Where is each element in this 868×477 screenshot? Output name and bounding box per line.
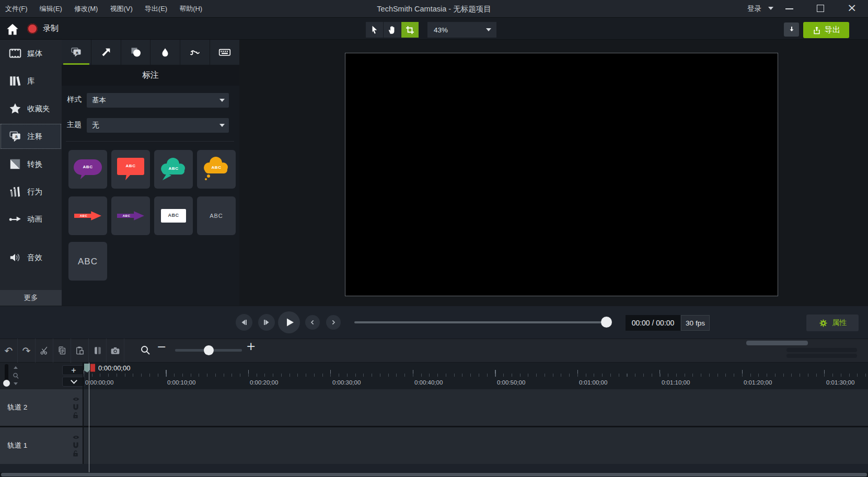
timeline-zoom-icon[interactable] [139, 344, 152, 356]
paste-button[interactable] [71, 339, 89, 363]
annotation-thumbnail-red-bubble[interactable]: ABC [111, 150, 150, 189]
step-backward-button[interactable] [236, 314, 252, 331]
minimize-button[interactable] [785, 8, 793, 9]
scroll-pill [786, 348, 857, 352]
track-lock-icon[interactable] [72, 412, 79, 419]
split-button[interactable] [89, 339, 107, 363]
track-height-slider-thumb[interactable] [3, 380, 10, 387]
ruler-label: 0:00:50;00 [497, 379, 525, 386]
tab-blur[interactable] [151, 40, 180, 65]
cursor-tool-button[interactable] [366, 22, 383, 38]
track-lane-2[interactable] [84, 389, 868, 426]
track-magnet-icon[interactable] [72, 441, 79, 449]
login-caret-icon[interactable] [768, 7, 773, 10]
next-button[interactable] [326, 315, 341, 330]
sidebar-item-annotations[interactable]: a 注释 [0, 125, 62, 147]
ruler-label: 0:01:20;00 [744, 379, 772, 386]
annotation-thumbnail-text[interactable]: ABC [197, 196, 236, 235]
annotation-thumbnail-text-large[interactable]: ABC [68, 242, 107, 281]
record-icon[interactable] [27, 24, 38, 34]
timeline-empty-area [0, 464, 868, 472]
cut-button[interactable] [36, 339, 53, 363]
properties-label: 属性 [832, 318, 847, 328]
canvas-zoom-select[interactable]: 43% [427, 22, 496, 38]
ruler-label: 0:00:20;00 [250, 379, 278, 386]
ruler-label: 0:00:40;00 [414, 379, 443, 386]
thumb-label: ABC [197, 213, 236, 219]
chevron-right-icon [329, 318, 338, 327]
home-icon[interactable] [5, 22, 20, 37]
properties-button[interactable]: 属性 [806, 315, 859, 331]
annotation-thumbnail-teal-cloud[interactable]: ABC [154, 150, 193, 189]
play-button[interactable] [278, 311, 300, 333]
annotation-thumbnail-purple-bubble[interactable]: ABC [68, 150, 107, 189]
timeline-zoom-in-button[interactable] [246, 340, 256, 353]
previous-button[interactable] [305, 315, 320, 330]
track-lock-icon[interactable] [72, 450, 79, 457]
undo-button[interactable] [0, 339, 18, 363]
crop-tool-button[interactable] [401, 22, 419, 38]
annotation-thumbnail-purple-arrow[interactable]: ABC [111, 196, 150, 235]
tab-sketch[interactable] [180, 40, 210, 65]
sidebar-more-label: 更多 [24, 293, 38, 303]
theme-select[interactable]: 无 [87, 118, 229, 133]
add-track-button[interactable] [62, 365, 85, 375]
record-button[interactable]: 录制 [43, 24, 59, 33]
download-button[interactable] [784, 22, 799, 37]
sidebar-item-behaviors[interactable]: 行为 [0, 181, 62, 203]
track-visibility-eye-icon[interactable] [72, 434, 80, 441]
track-magnet-icon[interactable] [72, 403, 79, 411]
sidebar-item-animations[interactable]: 动画 [0, 208, 62, 230]
collapse-tracks-button[interactable] [62, 377, 85, 387]
thumb-label: ABC [200, 165, 233, 170]
annotation-thumbnail-red-arrow[interactable]: ABC [68, 196, 107, 235]
timeline-zoom-out-button[interactable] [157, 340, 166, 353]
style-select[interactable]: 基本 [87, 93, 229, 108]
screenshot-button[interactable] [107, 339, 124, 363]
sidebar-item-favorites[interactable]: 收藏夹 [0, 98, 62, 120]
close-button[interactable] [847, 1, 857, 14]
timeline-scrollbar[interactable] [746, 341, 808, 345]
sidebar-more-button[interactable]: 更多 [0, 290, 62, 306]
preview-canvas[interactable] [345, 53, 778, 296]
tab-shapes[interactable] [121, 40, 151, 65]
sidebar-item-media[interactable]: 媒体 [0, 42, 62, 64]
maximize-button[interactable] [817, 5, 824, 12]
menu-bar: 文件(F) 编辑(E) 修改(M) 视图(V) 导出(E) 帮助(H) Tech… [0, 0, 868, 18]
behaviors-icon [8, 185, 22, 199]
pan-tool-button[interactable] [384, 22, 401, 38]
tab-callouts[interactable]: a [62, 40, 91, 65]
annotation-thumbnail-thought-cloud[interactable]: ABC [197, 150, 236, 189]
track-visibility-eye-icon[interactable] [72, 395, 80, 403]
timeline-zoom-slider-thumb[interactable] [204, 345, 214, 355]
playhead-line[interactable] [89, 363, 89, 472]
sidebar-item-library[interactable]: 库 [0, 70, 62, 92]
scroll-pill [786, 354, 857, 358]
step-forward-button[interactable] [258, 314, 275, 331]
sidebar-item-transitions[interactable]: 转换 [0, 153, 62, 175]
seek-slider-track[interactable] [354, 321, 606, 323]
copy-button[interactable] [53, 339, 71, 363]
sidebar-item-audio-effects[interactable]: 音效 [0, 247, 62, 269]
style-label: 样式 [67, 95, 82, 104]
sidebar-item-label: 转换 [27, 159, 42, 169]
chevron-down-icon [219, 99, 225, 102]
tab-keystroke[interactable] [210, 40, 239, 65]
chevron-left-icon [308, 318, 317, 327]
thumb-label: ABC [113, 214, 140, 217]
step-forward-icon [261, 317, 272, 328]
thought-cloud-shape: ABC [200, 154, 233, 181]
arrow-tab-icon [100, 46, 112, 58]
seek-slider-thumb[interactable] [601, 317, 612, 328]
sidebar-item-label: 注释 [27, 132, 42, 142]
track-lane-1[interactable] [84, 427, 868, 464]
redo-button[interactable] [18, 339, 36, 363]
thumb-label: ABC [161, 213, 186, 218]
gear-icon [818, 318, 828, 328]
tab-arrows[interactable] [91, 40, 121, 65]
export-button[interactable]: 导出 [803, 22, 849, 38]
annotation-thumbnail-white-rect[interactable]: ABC [154, 196, 193, 235]
horizontal-scrollbar[interactable] [1, 473, 867, 476]
paste-icon [75, 345, 85, 356]
login-button[interactable]: 登录 [747, 4, 761, 14]
